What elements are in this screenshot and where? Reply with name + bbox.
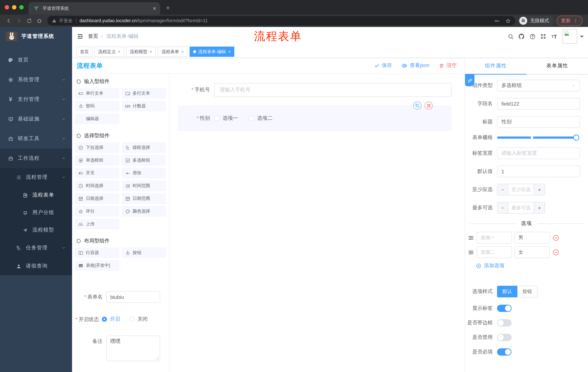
component-上传[interactable]: 上传 xyxy=(75,219,119,229)
prop-input-默认值[interactable]: 1 xyxy=(497,166,580,177)
forward-icon[interactable] xyxy=(14,16,24,25)
new-tab-button[interactable]: + xyxy=(166,4,170,12)
sidebar-item-流程模型[interactable]: 流程模型 xyxy=(0,221,72,239)
stepper-至少应选[interactable]: −至少应选+ xyxy=(497,184,545,195)
sidebar-item-研发工具[interactable]: 研发工具 xyxy=(0,129,72,149)
close-window-button[interactable] xyxy=(5,5,9,10)
checkbox-box[interactable] xyxy=(214,116,220,121)
browser-menu-dots-icon[interactable] xyxy=(573,18,578,23)
canvas-field-phone[interactable]: 手机号 请输入手机号 xyxy=(178,83,452,97)
canvas-widget-gender-selected[interactable]: 性别 选项一选项二 xyxy=(178,106,452,131)
checkbox-box[interactable] xyxy=(249,116,254,121)
tag-close-icon[interactable]: × xyxy=(118,49,120,54)
avatar-caret-icon[interactable] xyxy=(580,36,584,39)
component-颜色选择[interactable]: 颜色选择 xyxy=(122,206,166,217)
radio-关闭[interactable]: 关闭 xyxy=(129,316,148,322)
avatar[interactable] xyxy=(563,29,577,44)
component-滑块[interactable]: 滑块 xyxy=(122,168,166,178)
sidebar-item-流程表单[interactable]: 流程表单 xyxy=(0,186,72,204)
drag-option-icon[interactable] xyxy=(468,234,474,241)
view-json-button[interactable]: 查看json xyxy=(401,62,429,69)
tag-流程模型[interactable]: 流程模型× xyxy=(126,47,156,57)
minimize-window-button[interactable] xyxy=(12,5,16,10)
tag-close-icon[interactable]: × xyxy=(181,49,184,54)
component-时间选择[interactable]: 时间选择 xyxy=(75,181,119,191)
option-value-input[interactable]: 女 xyxy=(514,246,550,258)
zoom-window-button[interactable] xyxy=(19,5,24,10)
plus-button[interactable]: + xyxy=(534,184,545,195)
password-key-icon[interactable] xyxy=(494,18,500,23)
prop-input-标签宽度[interactable]: 请输入标签宽度 xyxy=(497,148,580,159)
component-多选框组[interactable]: 多选框组 xyxy=(122,155,166,166)
component-单选框组[interactable]: 单选框组 xyxy=(75,155,119,166)
component-评分[interactable]: 评分 xyxy=(75,206,119,217)
form-name-input[interactable]: biubiu xyxy=(106,291,160,303)
component-开关[interactable]: 开关 xyxy=(75,168,119,178)
reload-icon[interactable] xyxy=(24,16,34,25)
component-多行文本[interactable]: 多行文本 xyxy=(122,88,166,99)
radio-开启[interactable]: 开启 xyxy=(102,316,120,322)
remove-option-icon[interactable] xyxy=(552,234,559,241)
tag-流程定义[interactable]: 流程定义× xyxy=(94,47,124,57)
component-时间范围[interactable]: 时间范围 xyxy=(122,181,166,191)
remove-option-icon[interactable] xyxy=(552,249,559,256)
data-binding-drawer-handle[interactable] xyxy=(465,74,474,86)
update-browser-button[interactable]: 更新 xyxy=(557,16,583,26)
copy-widget-button[interactable] xyxy=(413,102,421,110)
sidebar-item-流程管理[interactable]: 流程管理 xyxy=(0,168,72,186)
github-icon[interactable] xyxy=(516,31,527,42)
breadcrumb-home[interactable]: 首页 xyxy=(88,33,98,40)
sidebar-item-支付管理[interactable]: ¥支付管理 xyxy=(0,90,72,109)
sidebar-item-请假查询[interactable]: 请假查询 xyxy=(0,257,72,275)
option-value-input[interactable]: 男 xyxy=(514,232,550,244)
prop-input-字段名[interactable]: field122 xyxy=(497,98,580,110)
browser-tab[interactable]: 芋道管理系统 ✕ xyxy=(28,2,160,15)
collapse-sidebar-icon[interactable] xyxy=(72,27,88,46)
toggle-是否带边框[interactable] xyxy=(497,319,512,327)
component-计数器[interactable]: 123计数器 xyxy=(122,101,166,111)
phone-input[interactable]: 请输入手机号 xyxy=(214,83,452,97)
component-表格[开发中][interactable]: 表格[开发中] xyxy=(75,260,119,271)
home-icon[interactable] xyxy=(34,16,44,25)
form-canvas[interactable]: 手机号 请输入手机号 性别 选项一选项二 xyxy=(169,74,465,372)
sidebar-item-用户分组[interactable]: 用户分组 xyxy=(0,204,72,221)
tab-component-props[interactable]: 组件属性 xyxy=(465,58,526,74)
tab-close-icon[interactable]: ✕ xyxy=(152,6,157,11)
segment-默认[interactable]: 默认 xyxy=(497,286,517,298)
slider-handle[interactable] xyxy=(573,135,579,141)
stepper-最多可选[interactable]: −最多可选+ xyxy=(497,202,545,214)
drag-option-icon[interactable] xyxy=(468,249,474,255)
tag-close-icon[interactable]: × xyxy=(149,49,152,54)
option-label-input[interactable]: 选项二 xyxy=(477,246,512,258)
toggle-是否必填[interactable] xyxy=(497,348,512,356)
sidebar-item-系统管理[interactable]: 系统管理 xyxy=(0,70,72,90)
component-单行文本[interactable]: 单行文本 xyxy=(75,88,119,99)
save-button[interactable]: 保存 xyxy=(374,62,392,69)
component-按钮[interactable]: 按钮 xyxy=(122,247,166,258)
prop-select-组件类型[interactable]: 多选框组 xyxy=(497,80,580,91)
tab-form-props[interactable]: 表单属性 xyxy=(526,58,588,74)
font-size-icon[interactable]: TT xyxy=(549,31,560,42)
delete-widget-button[interactable] xyxy=(425,102,433,110)
add-option-link[interactable]: 添加选项 xyxy=(476,262,588,269)
component-日期范围[interactable]: 日期范围 xyxy=(122,193,166,204)
sidebar-item-基础设施[interactable]: 基础设施 xyxy=(0,109,72,129)
component-下拉选择[interactable]: 下拉选择 xyxy=(75,142,119,153)
help-icon[interactable] xyxy=(527,31,538,42)
toggle-显示标签[interactable] xyxy=(497,305,512,312)
address-bar[interactable]: 不安全 dashboard.yudao.iocoder.cn/bpm/manag… xyxy=(47,16,515,25)
component-行容器[interactable]: 行容器 xyxy=(75,247,119,258)
form-remark-textarea[interactable]: 嘿嘿 xyxy=(106,336,160,361)
plus-button[interactable]: + xyxy=(534,202,545,213)
tag-首页[interactable]: 首页 xyxy=(76,47,92,57)
prop-input-标题[interactable]: 性别 xyxy=(497,116,580,128)
grid-slider[interactable] xyxy=(497,137,576,139)
sidebar-item-任务管理[interactable]: 任务管理 xyxy=(0,239,72,257)
sidebar-item-首页[interactable]: 首页 xyxy=(0,50,72,70)
search-icon[interactable] xyxy=(505,31,516,42)
fullscreen-icon[interactable] xyxy=(538,31,549,42)
minus-button[interactable]: − xyxy=(497,184,508,195)
bookmark-star-icon[interactable] xyxy=(505,18,511,23)
macos-window-controls[interactable] xyxy=(5,5,24,10)
minus-button[interactable]: − xyxy=(497,202,508,213)
